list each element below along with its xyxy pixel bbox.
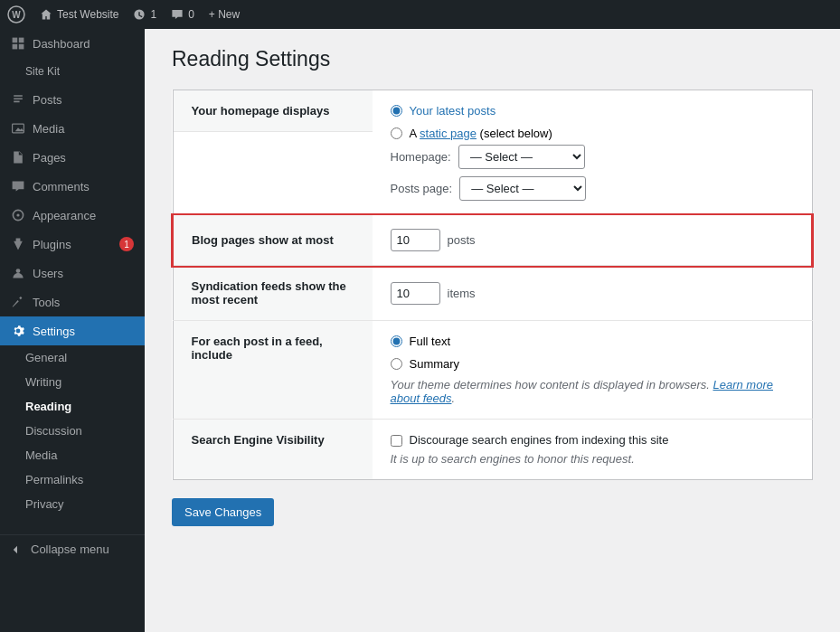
full-text-radio[interactable]: Full text	[391, 335, 794, 348]
plugins-badge: 1	[119, 237, 134, 251]
comments-icon	[171, 8, 184, 21]
media-icon	[11, 121, 25, 136]
collapse-icon	[11, 543, 24, 556]
latest-posts-radio-input[interactable]	[391, 105, 402, 117]
sidebar-item-comments[interactable]: Comments	[0, 172, 145, 201]
new-item[interactable]: + New	[209, 8, 240, 21]
posts-page-label: Posts page:	[391, 182, 453, 195]
save-changes-button[interactable]: Save Changes	[172, 498, 274, 526]
latest-posts-radio[interactable]: Your latest posts	[391, 104, 794, 118]
discourage-label[interactable]: Discourage search engines from indexing …	[410, 433, 669, 447]
homepage-displays-row: Your homepage displays Your latest posts…	[173, 90, 812, 215]
settings-submenu: General Writing Reading Discussion Media…	[0, 345, 145, 516]
feed-radio-group: Full text Summary	[391, 335, 794, 371]
sidebar-item-site-kit[interactable]: Site Kit	[0, 58, 145, 85]
svg-rect-3	[19, 38, 24, 43]
posts-page-select[interactable]: — Select —	[459, 176, 586, 201]
submenu-media[interactable]: Media	[0, 443, 145, 467]
svg-text:W: W	[12, 10, 21, 20]
feed-include-row: For each post in a feed, include Full te…	[173, 321, 812, 420]
appearance-icon	[11, 208, 25, 222]
svg-rect-4	[13, 44, 18, 50]
submenu-discussion[interactable]: Discussion	[0, 419, 145, 443]
static-page-radio-input[interactable]	[391, 127, 402, 139]
updates-icon	[133, 8, 146, 21]
syndication-row: Syndication feeds show the most recent 1…	[173, 266, 812, 321]
settings-icon	[11, 324, 25, 338]
users-icon	[11, 266, 25, 280]
site-name[interactable]: Test Website	[40, 8, 118, 21]
comments-item[interactable]: 0	[171, 8, 194, 21]
submenu-writing[interactable]: Writing	[0, 370, 145, 394]
sidebar-item-users[interactable]: Users	[0, 259, 145, 288]
wp-logo-item[interactable]: W	[7, 5, 25, 24]
full-text-radio-input[interactable]	[391, 335, 402, 347]
settings-table: Your homepage displays Your latest posts…	[172, 90, 813, 480]
sidebar-item-tools[interactable]: Tools	[0, 288, 145, 316]
summary-radio-input[interactable]	[391, 358, 402, 370]
submenu-reading[interactable]: Reading	[0, 394, 145, 419]
summary-radio[interactable]: Summary	[391, 357, 794, 371]
sidebar-item-pages[interactable]: Pages	[0, 143, 145, 172]
comments-sidebar-icon	[11, 179, 25, 193]
submenu-general[interactable]: General	[0, 345, 145, 370]
homepage-radio-group: Your latest posts A static page (select …	[391, 104, 794, 140]
static-page-selects: Homepage: — Select — Posts page: — Selec…	[391, 145, 794, 201]
honor-note: It is up to search engines to honor this…	[391, 452, 794, 466]
posts-icon	[11, 92, 25, 107]
submenu-privacy[interactable]: Privacy	[0, 492, 145, 516]
updates-item[interactable]: 1	[133, 8, 156, 21]
svg-rect-2	[13, 38, 18, 43]
sidebar-item-plugins[interactable]: Plugins 1	[0, 230, 145, 259]
home-icon	[40, 8, 52, 21]
discourage-checkbox[interactable]	[391, 435, 402, 447]
homepage-select-label: Homepage:	[391, 150, 451, 164]
posts-page-select-row: Posts page: — Select —	[391, 176, 794, 201]
submenu-permalinks[interactable]: Permalinks	[0, 467, 145, 492]
wp-icon: W	[7, 5, 25, 24]
plugins-icon	[11, 237, 25, 251]
sidebar-item-posts[interactable]: Posts	[0, 85, 145, 114]
sidebar-item-settings[interactable]: Settings	[0, 316, 145, 345]
sidebar-item-media[interactable]: Media	[0, 114, 145, 143]
tools-icon	[11, 295, 25, 309]
svg-point-7	[16, 213, 19, 216]
svg-rect-5	[19, 44, 24, 50]
sidebar-item-dashboard[interactable]: Dashboard	[0, 29, 145, 58]
static-page-radio[interactable]: A static page (select below)	[391, 127, 794, 140]
discourage-checkbox-row: Discourage search engines from indexing …	[391, 433, 794, 447]
sidebar: Dashboard Site Kit Posts Media Pages Com…	[0, 29, 145, 632]
theme-note: Your theme determines how content is dis…	[391, 378, 794, 405]
dashboard-icon	[11, 36, 25, 51]
page-title: Reading Settings	[172, 47, 813, 71]
main-content: Reading Settings Your homepage displays …	[145, 29, 840, 632]
homepage-select[interactable]: — Select —	[458, 145, 585, 169]
pages-icon	[11, 150, 25, 165]
sidebar-item-appearance[interactable]: Appearance	[0, 201, 145, 230]
blog-pages-input[interactable]: 10	[391, 229, 440, 251]
homepage-select-row: Homepage: — Select —	[391, 145, 794, 169]
static-page-link[interactable]: static page	[420, 127, 477, 140]
blog-pages-input-group: 10 posts	[391, 229, 794, 251]
collapse-menu-button[interactable]: Collapse menu	[0, 534, 145, 563]
svg-point-8	[16, 269, 21, 273]
blog-pages-row: Blog pages show at most 10 posts	[173, 215, 812, 266]
search-visibility-row: Search Engine Visibility Discourage sear…	[173, 420, 812, 480]
syndication-input[interactable]: 10	[391, 282, 440, 305]
syndication-input-group: 10 items	[391, 282, 794, 305]
topbar: W Test Website 1 0 + New	[0, 0, 840, 29]
